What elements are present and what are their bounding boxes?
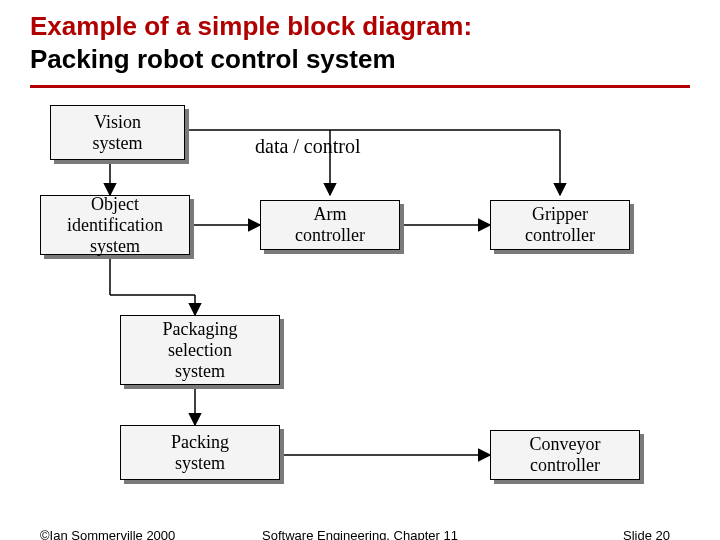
block-conveyor-controller: Conveyor controller: [490, 430, 640, 480]
block-packaging-selection: Packaging selection system: [120, 315, 280, 385]
slide: Example of a simple block diagram: Packi…: [0, 0, 720, 540]
title-line1: Example of a simple block diagram:: [30, 11, 472, 41]
block-object-identification: Object identification system: [40, 195, 190, 255]
title-line2: Packing robot control system: [30, 44, 396, 74]
title-underline: [30, 85, 690, 88]
block-vision-system: Vision system: [50, 105, 185, 160]
block-packing-system: Packing system: [120, 425, 280, 480]
block-diagram: data / control Vision system Object iden…: [30, 95, 690, 490]
block-arm-controller: Arm controller: [260, 200, 400, 250]
slide-title: Example of a simple block diagram: Packi…: [30, 10, 690, 75]
annotation-data-control: data / control: [255, 135, 361, 158]
footer-center: Software Engineering. Chapter 11: [0, 528, 720, 540]
footer-slide-num: Slide 20: [623, 528, 670, 540]
block-gripper-controller: Gripper controller: [490, 200, 630, 250]
